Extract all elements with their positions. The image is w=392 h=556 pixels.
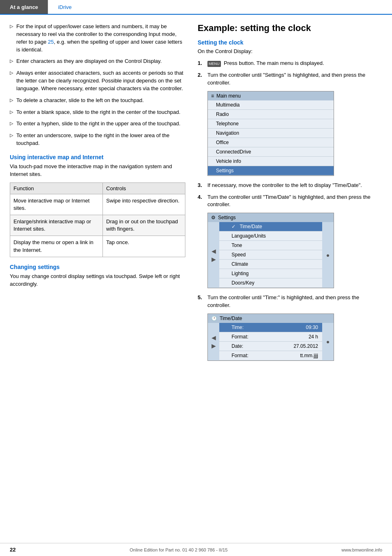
step-1: 1. MENU Press button. The main menu is d…: [198, 60, 382, 67]
right-column: Example: setting the clock Setting the c…: [198, 23, 382, 367]
function-table: Function Controls Move interactive map o…: [10, 182, 185, 257]
tab-at-a-glance[interactable]: At a glance: [0, 0, 48, 14]
step-2: 2. Turn the controller until "Settings" …: [198, 71, 382, 87]
timedate-knob-icon: ●: [326, 338, 330, 345]
timedate-value-format1: 24 h: [285, 334, 318, 340]
bullet-arrow-icon: ▷: [10, 132, 13, 147]
settings-row-lighting: Lighting: [219, 269, 322, 278]
checkmark-icon: ✓: [232, 224, 236, 229]
menu-title-label: Main menu: [216, 93, 241, 99]
section-subtext-map: Via touch-pad move the interactive map i…: [10, 163, 185, 178]
main-menu-mockup: ≡ Main menu Multimedia Radio Telephone N…: [207, 91, 334, 176]
intro-text: On the Control Display:: [198, 48, 382, 56]
table-row: Enlarge/shrink interactive map or Intern…: [10, 215, 185, 236]
step-number: 1.: [198, 60, 204, 67]
bullet-arrow-icon: ▷: [10, 120, 13, 128]
timedate-title-label: Time/Date: [220, 316, 242, 321]
footer-site: www.bmwonline.info: [341, 547, 382, 552]
timedate-row-time: Time: 09:30: [219, 323, 322, 332]
tab-idrive[interactable]: iDrive: [48, 0, 81, 14]
menu-item-office: Office: [208, 138, 334, 147]
step-number: 3.: [198, 182, 204, 189]
table-cell-controls: Drag in or out on the touchpad with fing…: [103, 215, 185, 236]
bullet-arrow-icon: ▷: [10, 70, 13, 93]
bullet-arrow-icon: ▷: [10, 97, 13, 105]
bullet-text: To delete a character, slide to the left…: [16, 97, 144, 105]
table-cell-function: Display the menu or open a link in the I…: [10, 236, 103, 257]
bullet-item: ▷ For the input of upper/lower case lett…: [10, 23, 185, 53]
timedate-title-bar: 🕐 Time/Date: [208, 314, 334, 323]
menu-item-multimedia: Multimedia: [208, 100, 334, 110]
main-content: ▷ For the input of upper/lower case lett…: [0, 15, 392, 375]
step-content: Turn the controller until "Time:" is hig…: [207, 294, 382, 309]
timedate-clock-icon: 🕐: [211, 316, 217, 321]
menu-item-radio: Radio: [208, 110, 334, 119]
bullet-item: ▷ To enter an underscore, swipe to the r…: [10, 132, 185, 147]
table-col-controls: Controls: [103, 182, 185, 194]
left-column: ▷ For the input of upper/lower case lett…: [10, 23, 185, 367]
settings-menu-mockup: ⚙ Settings ◀ ▶ ✓ Time/Date Language/Unit…: [207, 213, 334, 288]
table-row: Display the menu or open a link in the I…: [10, 236, 185, 257]
menu-item-connecteddrive: ConnectedDrive: [208, 147, 334, 157]
timedate-value-format2: tt.mm.jjjj: [285, 353, 318, 358]
bullet-arrow-icon: ▷: [10, 58, 13, 65]
menu-item-vehicle-info: Vehicle info: [208, 157, 334, 166]
bullet-text: To enter a blank space, slide to the rig…: [16, 109, 180, 116]
settings-row-speed: Speed: [219, 250, 322, 260]
settings-row-tone: Tone: [219, 241, 322, 250]
section-heading-settings: Changing settings: [10, 264, 185, 270]
settings-row-language: Language/Units: [219, 231, 322, 241]
timedate-row-date: Date: 27.05.2012: [219, 342, 322, 351]
step-content: If necessary, move the controller to the…: [207, 182, 382, 189]
timedate-label-format2: Format:: [232, 353, 285, 358]
settings-row-climate: Climate: [219, 260, 322, 269]
left-arrow-icon: ◀: [212, 248, 216, 254]
settings-with-nav: ◀ ▶ ✓ Time/Date Language/Units Tone Spee…: [208, 222, 334, 288]
bullet-text: For the input of upper/lower case letter…: [16, 23, 185, 53]
step-content: MENU Press button. The main menu is dis­…: [207, 60, 382, 67]
bullet-text: Enter characters as they are displayed o…: [16, 58, 162, 65]
timedate-items: Time: 09:30 Format: 24 h Date: 27.05.201…: [219, 323, 322, 360]
bullet-item: ▷ Always enter associated characters, su…: [10, 69, 185, 93]
page-link[interactable]: 25: [48, 39, 53, 45]
sub-section-heading-clock: Setting the clock: [198, 39, 382, 46]
footer-edition-text: Online Edition for Part no. 01 40 2 960 …: [130, 547, 228, 552]
table-cell-function: Move interactive map or Internet sites.: [10, 194, 103, 215]
page-header: At a glance iDrive: [0, 0, 392, 15]
timedate-label-date: Date:: [232, 343, 285, 349]
bullet-text: To enter a hyphen, slide to the right in…: [16, 120, 180, 128]
settings-knob-icon: ●: [326, 252, 330, 258]
bullet-item: ▷ To enter a hyphen, slide to the right …: [10, 120, 185, 128]
menu-item-settings: Settings: [208, 166, 334, 176]
step-number: 5.: [198, 294, 204, 309]
timedate-row-format1: Format: 24 h: [219, 332, 322, 342]
bullet-text: To enter an underscore, swipe to the rig…: [16, 132, 185, 147]
bullet-item: ▷ Enter characters as they are displayed…: [10, 58, 185, 65]
right-arrow-icon: ▶: [212, 256, 216, 262]
table-cell-function: Enlarge/shrink interactive map or Intern…: [10, 215, 103, 236]
timedate-value-date: 27.05.2012: [285, 343, 318, 349]
settings-row-timedate: ✓ Time/Date: [219, 222, 322, 231]
settings-right-col: ●: [322, 222, 334, 288]
menu-item-navigation: Navigation: [208, 129, 334, 138]
menu-title-bar: ≡ Main menu: [208, 91, 334, 100]
bullet-item: ▷ To delete a character, slide to the le…: [10, 97, 185, 105]
td-right-arrow-icon: ▶: [212, 342, 216, 349]
timedate-nav-col: ◀ ▶: [208, 323, 219, 360]
bullet-item: ▷ To enter a blank space, slide to the r…: [10, 109, 185, 116]
table-row: Move interactive map or Internet sites. …: [10, 194, 185, 215]
settings-title-label: Settings: [218, 215, 236, 220]
step-content: Turn the controller until "Settings" is …: [207, 71, 382, 87]
step-content: Turn the controller until "Time/Date" is…: [207, 193, 382, 209]
timedate-with-nav: ◀ ▶ Time: 09:30 Format: 24 h Date: 27.05…: [208, 323, 334, 360]
timedate-row-format2: Format: tt.mm.jjjj: [219, 351, 322, 360]
page-title: Example: setting the clock: [198, 23, 382, 33]
step-4: 4. Turn the controller until "Time/Date"…: [198, 193, 382, 209]
bullet-text: Always enter associated characters, such…: [16, 69, 185, 93]
table-cell-controls: Tap once.: [103, 236, 185, 257]
td-left-arrow-icon: ◀: [212, 334, 216, 341]
step-number: 2.: [198, 71, 204, 87]
settings-nav-col: ◀ ▶: [208, 222, 219, 288]
section-heading-map: Using interactive map and Internet: [10, 154, 185, 160]
menu-item-telephone: Telephone: [208, 119, 334, 129]
